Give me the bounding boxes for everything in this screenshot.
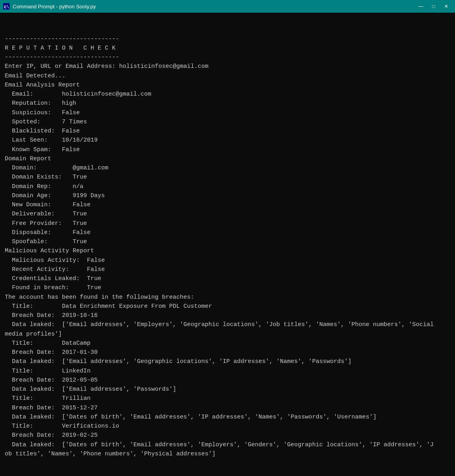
terminal-line: Spotted: 7 Times	[5, 117, 450, 127]
terminal-line: Found in breach: True	[5, 283, 450, 292]
terminal-line: Last Seen: 10/16/2019	[5, 136, 450, 145]
terminal-line: Email Analysis Report	[5, 81, 450, 90]
terminal-line: Email Detected...	[5, 71, 450, 81]
terminal-line: Email: holisticinfosec@gmail.com	[5, 90, 450, 99]
terminal-line: Credentials Leaked: True	[5, 274, 450, 283]
terminal-line: Breach Date: 2012-05-05	[5, 376, 450, 385]
terminal-line: Title: Trillian	[5, 394, 450, 403]
window-controls: — □ ✕	[415, 2, 452, 10]
title-bar: C\ Command Prompt - python Sooty.py — □ …	[0, 0, 455, 13]
terminal-line: ob titles', 'Names', 'Phone numbers', 'P…	[5, 449, 450, 459]
terminal-line: Breach Date: 2019-10-16	[5, 311, 450, 320]
terminal-line: The account has been found in the follow…	[5, 293, 450, 302]
terminal-line: Data leaked: ['Email addresses', 'Employ…	[5, 320, 450, 329]
svg-text:C\: C\	[4, 5, 10, 10]
terminal-line: Data leaked: ['Email addresses', 'Passwo…	[5, 385, 450, 394]
terminal-line: Domain: @gmail.com	[5, 163, 450, 173]
close-button[interactable]: ✕	[441, 2, 452, 10]
terminal-line: Blacklisted: False	[5, 127, 450, 136]
terminal-line: Enter IP, URL or Email Address: holistic…	[5, 62, 450, 71]
terminal-line: Title: Data Enrichment Exposure From PDL…	[5, 302, 450, 311]
minimize-button[interactable]: —	[415, 2, 426, 10]
terminal-line: New Domain: False	[5, 200, 450, 209]
terminal-line: Free Provider: True	[5, 219, 450, 228]
terminal-line: Spoofable: True	[5, 237, 450, 246]
terminal-line: Deliverable: True	[5, 209, 450, 219]
terminal-line: Domain Report	[5, 154, 450, 163]
terminal-body: --------------------------------R E P U …	[0, 13, 455, 462]
terminal-line: Suspicious: False	[5, 108, 450, 117]
window: C\ Command Prompt - python Sooty.py — □ …	[0, 0, 455, 462]
terminal-line: media profiles']	[5, 330, 450, 339]
terminal-line: Breach Date: 2017-01-30	[5, 348, 450, 357]
terminal-line: Malicious Activity: False	[5, 256, 450, 265]
terminal-line: Title: Verifications.io	[5, 422, 450, 431]
terminal-line: Domain Exists: True	[5, 173, 450, 182]
terminal-line: Recent Activity: False	[5, 265, 450, 274]
terminal-line: Breach Date: 2015-12-27	[5, 403, 450, 413]
terminal-line: Title: LinkedIn	[5, 367, 450, 376]
terminal-line: R E P U T A T I O N C H E C K	[5, 44, 450, 53]
maximize-button[interactable]: □	[428, 2, 439, 10]
terminal-line: Domain Rep: n/a	[5, 182, 450, 191]
terminal-line: Data leaked: ['Dates of birth', 'Email a…	[5, 440, 450, 449]
terminal-line: Reputation: high	[5, 99, 450, 108]
terminal-line: Data leaked: ['Dates of birth', 'Email a…	[5, 413, 450, 422]
terminal-line: Title: DataCamp	[5, 339, 450, 348]
terminal-line: --------------------------------	[5, 35, 450, 44]
terminal-line: Domain Age: 9199 Days	[5, 191, 450, 200]
window-title: Command Prompt - python Sooty.py	[13, 4, 96, 10]
terminal-line: Breach Date: 2019-02-25	[5, 431, 450, 440]
terminal-line: Data leaked: ['Email addresses', 'Geogra…	[5, 357, 450, 366]
terminal-line: --------------------------------	[5, 53, 450, 62]
title-bar-left: C\ Command Prompt - python Sooty.py	[3, 3, 96, 10]
terminal-line: Disposable: False	[5, 228, 450, 237]
terminal-line: Malicious Activity Report	[5, 246, 450, 255]
terminal-line: Known Spam: False	[5, 145, 450, 154]
cmd-icon: C\	[3, 3, 10, 10]
